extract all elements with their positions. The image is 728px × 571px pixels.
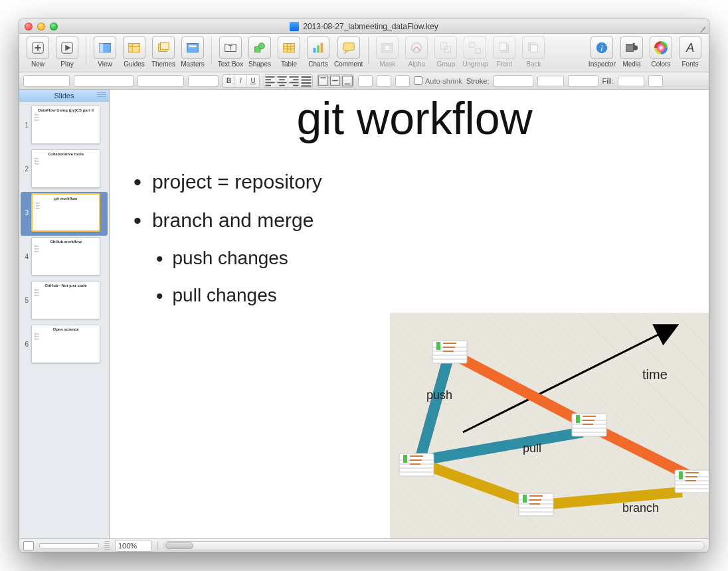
slide-thumbnail-preview: git workflow • item• item• item [31,193,100,232]
text-style-group: B I U [223,74,260,88]
shapes-button[interactable] [248,37,271,59]
slide-thumbnail-1[interactable]: 1 DataFlow Using (py)CS part II • item• … [21,104,108,148]
align-center-button[interactable] [276,75,288,87]
list-style-select[interactable] [395,75,410,87]
view-button[interactable] [94,37,116,59]
svg-rect-6 [160,42,169,50]
slide-thumbnail-preview: Open science • item• item• item [31,325,100,363]
themes-button[interactable] [152,37,175,59]
svg-rect-23 [470,42,474,47]
slide-thumbnail-5[interactable]: 5 GitHub– Not just code • item• item• it… [21,280,108,323]
paragraph-style-select[interactable] [23,75,70,87]
valign-middle-button[interactable] [329,75,341,87]
fill-color-swatch[interactable] [618,76,644,86]
fill-label: Fill: [602,77,614,85]
align-justify-button[interactable] [300,75,312,87]
fonts-button[interactable]: A [679,37,701,59]
stroke-color-swatch[interactable] [537,76,564,86]
autoshrink-input[interactable] [414,76,422,85]
group-label: Group [436,60,455,68]
themes-icon [156,41,171,55]
themes-label: Themes [151,60,175,68]
line-spacing-select[interactable] [358,75,373,87]
sub-bullet-item[interactable]: pull changes [156,285,695,307]
horizontal-scrollbar[interactable] [163,541,705,550]
svg-rect-21 [441,43,447,49]
svg-rect-26 [500,43,507,50]
ungroup-button [464,37,486,59]
inspector-toolbar-item: iInspector [589,37,616,68]
zoom-window-button[interactable] [50,23,58,31]
slide-thumbnail-4[interactable]: 4 GitHub workflow • item• item• item [21,236,108,280]
group-toolbar-item: Group [432,37,459,68]
play-button[interactable] [56,37,78,59]
stroke-width-select[interactable] [568,75,598,87]
charts-button[interactable] [307,37,329,59]
media-icon [624,41,639,55]
inspector-button[interactable]: i [591,37,613,59]
align-left-button[interactable] [264,75,276,87]
autoshrink-checkbox[interactable]: Auto-shrink [414,76,462,85]
thumbnail-size-slider[interactable] [39,543,99,548]
font-style-select[interactable] [137,75,184,87]
media-button[interactable] [620,37,643,59]
table-button[interactable] [278,37,300,59]
guides-icon [127,41,141,55]
front-toolbar-item: Front [491,37,517,68]
slide-canvas[interactable]: git workflow project = repositorybranch … [110,90,709,538]
comment-button[interactable] [337,37,360,59]
comment-icon [341,41,356,55]
svg-text:T: T [228,44,232,52]
valign-top-button[interactable] [318,75,329,87]
font-family-select[interactable] [74,75,134,87]
underline-button[interactable]: U [247,75,259,87]
valign-group [317,74,354,88]
sub-bullet-item[interactable]: push changes [156,248,695,270]
mask-toolbar-item: Mask [374,37,401,68]
toolbar: NewPlayViewGuidesThemesMastersTText BoxS… [19,34,709,72]
table-toolbar-item: Table [276,37,302,68]
guides-button[interactable] [123,37,145,59]
slide-thumbnail-3[interactable]: 3 git workflow • item• item• item [21,192,108,236]
sidebar-grip-icon[interactable] [97,92,106,98]
slide-thumbnail-preview: DataFlow Using (py)CS part II • item• it… [31,106,100,144]
bold-button[interactable]: B [223,75,235,87]
svg-rect-3 [100,44,104,52]
slide-thumbnail-2[interactable]: 2 Collaborative tools • item• item• item [21,148,108,192]
close-window-button[interactable] [25,23,33,31]
new-label: New [31,60,45,68]
align-right-button[interactable] [288,75,300,87]
svg-rect-7 [187,44,199,52]
slides-sidebar: Slides 1 DataFlow Using (py)CS part II •… [19,90,110,538]
stroke-style-select[interactable] [494,75,533,87]
fullscreen-icon[interactable] [697,21,706,31]
presenter-notes-toggle[interactable] [23,541,34,550]
new-button[interactable] [27,37,49,59]
opacity-select[interactable] [648,75,663,87]
sidebar-resize-handle[interactable] [104,541,110,550]
minimize-window-button[interactable] [37,23,45,31]
masters-button[interactable] [181,37,204,59]
font-size-select[interactable] [188,75,219,87]
back-toolbar-item: Back [520,37,547,68]
italic-button[interactable]: I [235,75,247,87]
document-proxy-icon [290,22,299,31]
valign-bottom-button[interactable] [341,75,353,87]
front-label: Front [497,60,512,68]
slides-list[interactable]: 1 DataFlow Using (py)CS part II • item• … [19,102,109,538]
alpha-icon [409,41,424,55]
slide-thumbnail-6[interactable]: 6 Open science • item• item• item [21,323,108,367]
colors-button[interactable] [650,37,672,59]
slide-body[interactable]: project = repositorybranch and mergepush… [134,171,695,307]
slide-image-diagram[interactable]: time [390,313,709,538]
slide-title[interactable]: git workflow [134,92,695,144]
play-label: Play [60,60,73,68]
bullet-item[interactable]: project = repository [134,171,695,193]
zoom-select[interactable]: 100% [115,540,152,552]
columns-select[interactable] [377,75,391,87]
slide-editor[interactable]: git workflow project = repositorybranch … [110,90,709,538]
bullet-item[interactable]: branch and merge [134,209,695,232]
titlebar[interactable]: 2013-08-27_labmeeting_dataFlow.key [19,19,709,34]
textbox-button[interactable]: T [219,37,242,59]
colors-label: Colors [652,60,671,68]
